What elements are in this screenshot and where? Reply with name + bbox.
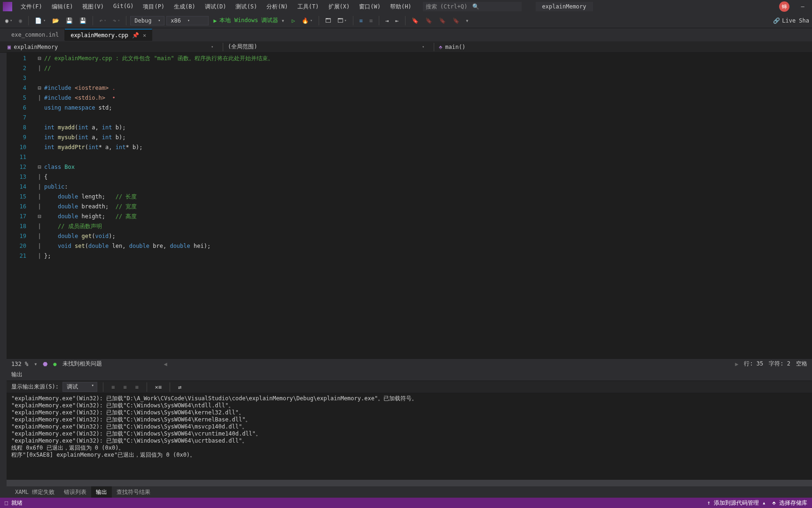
- bottom-tab[interactable]: XAML 绑定失败: [10, 486, 59, 498]
- health-icon[interactable]: ⬣: [43, 361, 47, 367]
- menu-item[interactable]: 帮助(H): [385, 1, 416, 13]
- user-avatar[interactable]: 蟀: [779, 1, 789, 12]
- fold-icon[interactable]: [35, 73, 44, 83]
- fold-icon[interactable]: |: [35, 202, 44, 212]
- code-line[interactable]: 21|};: [7, 251, 812, 261]
- scroll-left-icon[interactable]: ◀: [164, 361, 167, 367]
- menu-item[interactable]: 测试(S): [231, 1, 262, 13]
- live-share-button[interactable]: 🔗 Live Sha: [773, 17, 809, 24]
- menu-item[interactable]: 生成(B): [169, 1, 200, 13]
- code-line[interactable]: 19| double get(void);: [7, 231, 812, 241]
- pin-icon[interactable]: 📌: [132, 32, 139, 39]
- code-line[interactable]: 1⊟// explainMemory.cpp : 此文件包含 "main" 函数…: [7, 54, 812, 64]
- close-icon[interactable]: ✕: [143, 32, 146, 39]
- scope-combo[interactable]: ▣ explainMemory▾: [5, 43, 221, 51]
- config-combo[interactable]: Debug▾: [130, 16, 164, 25]
- tab-inactive[interactable]: exe_common.inl: [6, 29, 65, 40]
- bottom-tab[interactable]: 错误列表: [59, 486, 91, 498]
- menu-item[interactable]: 项目(P): [138, 1, 169, 13]
- hot-reload-button[interactable]: 🔥▾: [299, 16, 315, 25]
- new-item-button[interactable]: 📄▾: [32, 16, 48, 25]
- fold-icon[interactable]: |: [35, 231, 44, 241]
- code-line[interactable]: 18| // 成员函数声明: [7, 222, 812, 231]
- platform-combo[interactable]: x86▾: [166, 16, 209, 25]
- menu-item[interactable]: 分析(N): [262, 1, 293, 13]
- code-line[interactable]: 6using namespace std;: [7, 103, 812, 113]
- undo-button[interactable]: ↶▾: [97, 16, 109, 25]
- code-editor[interactable]: 1⊟// explainMemory.cpp : 此文件包含 "main" 函数…: [7, 53, 812, 358]
- code-line[interactable]: 9int mysub(int a, int b);: [7, 133, 812, 143]
- code-line[interactable]: 10int myaddPtr(int* a, int* b);: [7, 143, 812, 152]
- fold-icon[interactable]: ⊟: [35, 212, 44, 222]
- fold-icon[interactable]: ⊟: [35, 162, 44, 172]
- fold-icon[interactable]: [35, 113, 44, 123]
- tool-icon-1[interactable]: 🗔: [323, 16, 333, 25]
- horizontal-scrollbar[interactable]: [7, 480, 812, 486]
- code-line[interactable]: 20| void set(double len, double bre, dou…: [7, 241, 812, 251]
- output-source-combo[interactable]: 调试: [62, 382, 97, 392]
- comment-button[interactable]: ≡: [357, 16, 365, 25]
- fold-icon[interactable]: |: [35, 222, 44, 231]
- start-without-debug-button[interactable]: ▷: [289, 16, 297, 25]
- fold-icon[interactable]: ⊟: [35, 83, 44, 93]
- output-wrap-button[interactable]: ⇄: [176, 382, 184, 392]
- fold-icon[interactable]: |: [35, 172, 44, 182]
- code-line[interactable]: 2|//: [7, 64, 812, 73]
- fold-icon[interactable]: ⊟: [35, 54, 44, 64]
- code-line[interactable]: 3: [7, 73, 812, 83]
- fold-icon[interactable]: |: [35, 251, 44, 261]
- fold-icon[interactable]: |: [35, 182, 44, 192]
- bookmark-button[interactable]: 🔖: [409, 16, 421, 25]
- zoom-level[interactable]: 132 %: [11, 361, 28, 367]
- outdent-button[interactable]: ⇤: [393, 16, 401, 25]
- nav-back-button[interactable]: ◉▾: [3, 16, 15, 25]
- add-source-control-button[interactable]: ↑ 添加到源代码管理 ▴: [707, 499, 766, 507]
- function-combo[interactable]: ⬘ main(): [436, 43, 468, 51]
- select-repo-button[interactable]: ⬘ 选择存储库: [773, 499, 807, 507]
- menu-item[interactable]: 调试(D): [200, 1, 231, 13]
- code-line[interactable]: 12⊟class Box: [7, 162, 812, 172]
- uncomment-button[interactable]: ≡: [367, 16, 375, 25]
- menu-item[interactable]: 窗口(W): [354, 1, 385, 13]
- output-clear-button[interactable]: ✕≡: [153, 382, 164, 392]
- code-line[interactable]: 13|{: [7, 172, 812, 182]
- fold-icon[interactable]: [35, 143, 44, 152]
- menu-item[interactable]: 编辑(E): [47, 1, 78, 13]
- nav-forward-button[interactable]: ◉: [16, 16, 24, 25]
- code-line[interactable]: 16| double breadth; // 宽度: [7, 202, 812, 212]
- bottom-tab[interactable]: 查找符号结果: [112, 486, 155, 498]
- indent-mode[interactable]: 空格: [796, 360, 807, 368]
- fold-icon[interactable]: |: [35, 64, 44, 73]
- run-button[interactable]: ▶本地 Windows 调试器▾: [211, 15, 288, 26]
- code-line[interactable]: 8int myadd(int a, int b);: [7, 123, 812, 133]
- fold-icon[interactable]: [35, 103, 44, 113]
- menu-item[interactable]: 文件(F): [16, 1, 47, 13]
- bottom-tab[interactable]: 输出: [91, 486, 112, 498]
- output-tool-2[interactable]: ≡: [121, 382, 129, 392]
- save-button[interactable]: 💾: [63, 16, 75, 25]
- bookmark-prev[interactable]: 🔖: [423, 16, 435, 25]
- code-line[interactable]: 14|public:: [7, 182, 812, 192]
- code-line[interactable]: 11: [7, 152, 812, 162]
- open-button[interactable]: 📂: [50, 16, 62, 25]
- indent-button[interactable]: ⇥: [383, 16, 391, 25]
- tool-icon-2[interactable]: 🗔▾: [335, 16, 349, 25]
- fold-icon[interactable]: |: [35, 241, 44, 251]
- project-selector[interactable]: explainMemory: [536, 2, 593, 11]
- search-box[interactable]: 搜索 (Ctrl+Q) 🔍: [423, 2, 522, 11]
- fold-icon[interactable]: |: [35, 93, 44, 103]
- fold-icon[interactable]: [35, 133, 44, 143]
- code-line[interactable]: 17⊟ double height; // 高度: [7, 212, 812, 222]
- code-line[interactable]: 15| double length; // 长度: [7, 192, 812, 202]
- global-scope-combo[interactable]: (全局范围)▾: [225, 42, 432, 52]
- code-line[interactable]: 4⊟#include <iostream> .: [7, 83, 812, 93]
- tab-active[interactable]: explainMemory.cpp 📌 ✕: [65, 29, 152, 41]
- save-all-button[interactable]: 💾: [77, 16, 89, 25]
- fold-icon[interactable]: |: [35, 192, 44, 202]
- bookmark-next[interactable]: 🔖: [437, 16, 448, 25]
- menu-item[interactable]: 工具(T): [293, 1, 324, 13]
- minimize-button[interactable]: —: [796, 3, 809, 10]
- output-text[interactable]: "explainMemory.exe"(Win32): 已加载"D:\A_Wor…: [7, 393, 812, 480]
- output-tool-1[interactable]: ≡: [109, 382, 117, 392]
- fold-icon[interactable]: [35, 123, 44, 133]
